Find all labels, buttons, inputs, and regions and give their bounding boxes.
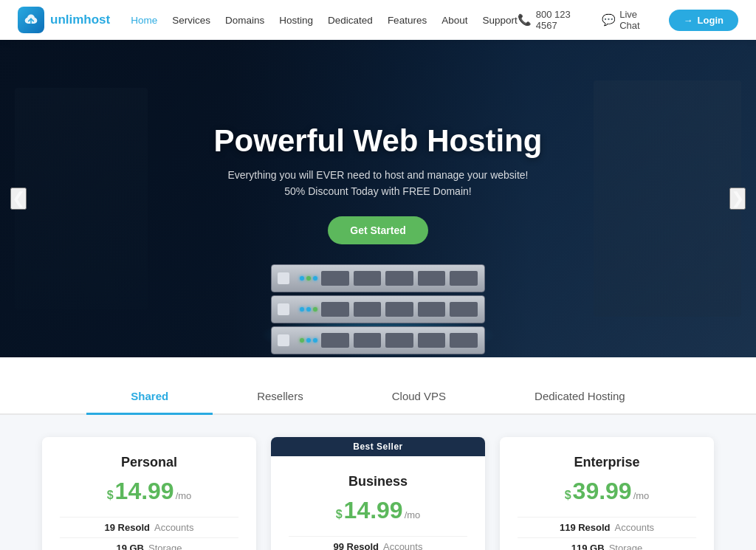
price-mo-business: /mo <box>405 509 421 520</box>
server-slot-6 <box>321 302 349 317</box>
nav-hosting[interactable]: Hosting <box>279 15 313 26</box>
plan-business-name: Business <box>289 474 467 489</box>
server-dot-4 <box>306 307 311 312</box>
navbar: unlimhost Home Services Domains Hosting … <box>0 0 756 40</box>
plan-enterprise-feature-2: 119 GB Storage <box>518 537 696 550</box>
server-dot-green-2 <box>313 307 317 312</box>
server-dot <box>300 276 304 281</box>
plan-business: Best Seller Business $ 14.99 /mo 99 Reso… <box>271 437 485 550</box>
plan-personal-feature-1: 19 Resold Accounts <box>60 517 238 537</box>
price-mo-enterprise: /mo <box>633 490 650 501</box>
server-slot <box>321 271 349 286</box>
price-mo-personal: /mo <box>176 490 192 501</box>
server-slot-15 <box>450 333 478 348</box>
logo-icon <box>18 7 44 33</box>
hero-subtitle1: Everything you will EVER need to host an… <box>214 169 543 181</box>
plan-enterprise-name: Enterprise <box>518 455 696 470</box>
server-slot-5 <box>450 271 478 286</box>
hero-next-button[interactable]: ❯ <box>729 188 746 210</box>
tab-cloud-vps[interactable]: Cloud VPS <box>348 379 490 415</box>
server-slot-8 <box>385 302 413 317</box>
feature-value-1: 19 Resold <box>105 522 150 533</box>
server-slot-2 <box>354 271 382 286</box>
server-slot-7 <box>354 302 382 317</box>
chat-icon: 💬 <box>602 13 616 27</box>
plan-enterprise-feature-1: 119 Resold Accounts <box>518 517 696 537</box>
tabs-section: Shared Resellers Cloud VPS Dedicated Hos… <box>0 357 756 415</box>
nav-about[interactable]: About <box>441 15 467 26</box>
plan-personal-price: $ 14.99 /mo <box>60 478 238 505</box>
nav-home[interactable]: Home <box>131 15 157 26</box>
server-dots-3 <box>300 338 317 343</box>
plan-personal: Personal $ 14.99 /mo 19 Resold Accounts … <box>42 437 256 550</box>
server-dot-green <box>306 276 311 281</box>
server-dot-2 <box>313 276 317 281</box>
feature-value-3: 99 Resold <box>334 541 379 550</box>
tab-resellers[interactable]: Resellers <box>213 379 348 415</box>
feature-label-5: Accounts <box>615 522 654 533</box>
price-dollar-personal: $ <box>107 489 114 502</box>
plans-grid: Personal $ 14.99 /mo 19 Resold Accounts … <box>30 437 726 550</box>
best-seller-badge: Best Seller <box>271 437 485 456</box>
server-slot-9 <box>418 302 446 317</box>
get-started-button[interactable]: Get Started <box>328 216 427 244</box>
feature-value-5: 119 Resold <box>560 522 611 533</box>
nav-support[interactable]: Support <box>482 15 517 26</box>
nav-features[interactable]: Features <box>388 15 427 26</box>
nav-services[interactable]: Services <box>172 15 210 26</box>
tab-dedicated[interactable]: Dedicated Hosting <box>490 379 670 415</box>
price-amount-personal: 14.99 <box>115 478 174 505</box>
hero-subtitle2: 50% Discount Today with FREE Domain! <box>214 185 543 197</box>
logo[interactable]: unlimhost <box>18 7 110 33</box>
server-dot-6 <box>313 338 317 343</box>
navbar-right: 📞 800 123 4567 💬 Live Chat → Login <box>518 9 738 31</box>
hero-title: Powerful Web Hosting <box>214 123 543 159</box>
server-unit-1 <box>271 264 485 292</box>
server-dot-5 <box>306 338 311 343</box>
nav-dedicated[interactable]: Dedicated <box>328 15 373 26</box>
plan-business-inner: Business $ 14.99 /mo 99 Resold Accounts … <box>271 456 485 550</box>
server-dot-green-3 <box>300 338 304 343</box>
server-unit-3 <box>271 326 485 354</box>
tab-shared[interactable]: Shared <box>86 379 213 415</box>
nav-domains[interactable]: Domains <box>225 15 264 26</box>
phone-number: 📞 800 123 4567 <box>518 9 591 31</box>
live-chat-button[interactable]: 💬 Live Chat <box>602 9 656 31</box>
hero-content: Powerful Web Hosting Everything you will… <box>199 123 557 244</box>
price-dollar-enterprise: $ <box>565 489 571 502</box>
plan-business-price: $ 14.99 /mo <box>289 497 467 524</box>
server-illustration <box>271 264 485 357</box>
plan-personal-inner: Personal $ 14.99 /mo 19 Resold Accounts … <box>42 437 256 550</box>
feature-label-6: Storage <box>609 543 643 550</box>
plan-enterprise-inner: Enterprise $ 39.99 /mo 119 Resold Accoun… <box>500 437 714 550</box>
plan-enterprise-price: $ 39.99 /mo <box>518 478 696 505</box>
phone-icon: 📞 <box>518 13 532 27</box>
logo-text: unlimhost <box>50 13 110 27</box>
server-dots-2 <box>300 307 317 312</box>
login-icon: → <box>684 15 693 26</box>
nav-links: Home Services Domains Hosting Dedicated … <box>131 13 518 27</box>
server-slot-4 <box>418 271 446 286</box>
server-slot-3 <box>385 271 413 286</box>
server-slot-11 <box>321 333 349 348</box>
navbar-left: unlimhost Home Services Domains Hosting … <box>18 7 518 33</box>
feature-label-2: Storage <box>148 543 182 550</box>
login-button[interactable]: → Login <box>669 10 738 31</box>
plan-personal-feature-2: 19 GB Storage <box>60 537 238 550</box>
plans-section: Personal $ 14.99 /mo 19 Resold Accounts … <box>0 415 756 550</box>
server-slot-10 <box>450 302 478 317</box>
tabs-header: Shared Resellers Cloud VPS Dedicated Hos… <box>0 379 756 415</box>
hero-prev-button[interactable]: ❮ <box>10 188 27 210</box>
server-slot-13 <box>385 333 413 348</box>
server-dots-1 <box>300 276 317 281</box>
server-slot-14 <box>418 333 446 348</box>
hero-section: Powerful Web Hosting Everything you will… <box>0 40 756 357</box>
feature-value-2: 19 GB <box>116 543 144 550</box>
price-dollar-business: $ <box>336 508 343 521</box>
server-slot-12 <box>354 333 382 348</box>
plan-personal-name: Personal <box>60 455 238 470</box>
plan-business-feature-1: 99 Resold Accounts <box>289 536 467 550</box>
price-amount-business: 14.99 <box>344 497 403 524</box>
server-dot-3 <box>300 307 304 312</box>
plan-enterprise: Enterprise $ 39.99 /mo 119 Resold Accoun… <box>500 437 714 550</box>
